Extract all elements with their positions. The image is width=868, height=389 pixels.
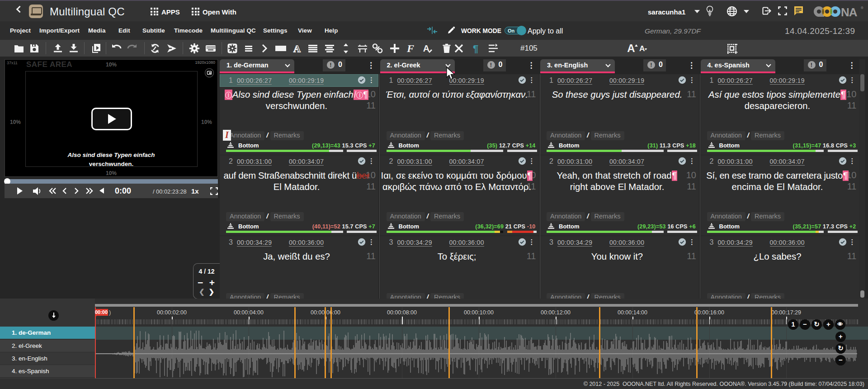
svg-text:A: A: [639, 44, 645, 53]
svg-text:A: A: [423, 43, 429, 53]
svg-text:NA: NA: [841, 6, 858, 17]
svg-text:®: ®: [861, 6, 863, 10]
svg-text:F: F: [406, 43, 414, 54]
svg-text:A: A: [627, 43, 635, 54]
svg-text:A: A: [293, 43, 301, 54]
svg-text:¶: ¶: [473, 43, 478, 54]
